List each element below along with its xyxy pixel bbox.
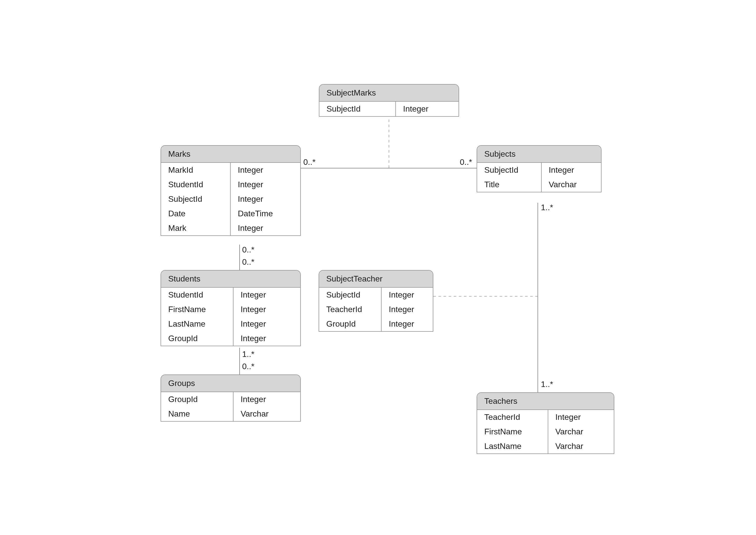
field-type: Integer <box>382 317 421 331</box>
field-type: Integer <box>231 192 271 206</box>
field-name: Date <box>161 206 231 221</box>
field-name: FirstName <box>161 302 233 317</box>
field-name: SubjectId <box>477 163 542 177</box>
multiplicity-label: 0..* <box>303 157 316 167</box>
field-name: TeacherId <box>477 410 548 424</box>
entity-subjects[interactable]: Subjects SubjectIdInteger TitleVarchar <box>477 145 601 192</box>
field-name: StudentId <box>161 288 233 302</box>
field-type: Integer <box>231 221 271 236</box>
entity-groups[interactable]: Groups GroupIdInteger NameVarchar <box>160 375 301 422</box>
multiplicity-label: 1..* <box>541 203 553 212</box>
field-type: Varchar <box>548 439 591 454</box>
field-name: GroupId <box>161 392 233 407</box>
field-name: GroupId <box>161 331 233 346</box>
field-name: LastName <box>477 439 548 454</box>
multiplicity-label: 0..* <box>242 362 254 371</box>
entity-title: Students <box>161 270 300 288</box>
multiplicity-label: 1..* <box>541 380 553 389</box>
field-type: Integer <box>233 392 273 407</box>
entity-title: SubjectTeacher <box>319 270 433 288</box>
entity-title: Marks <box>161 146 300 163</box>
field-row: SubjectId Integer <box>319 102 458 116</box>
entity-teachers[interactable]: Teachers TeacherIdInteger FirstNameVarch… <box>477 392 614 454</box>
field-type: Integer <box>231 177 271 192</box>
entity-students[interactable]: Students StudentIdInteger FirstNameInteg… <box>160 270 301 346</box>
diagram-canvas: SubjectMarks SubjectId Integer Marks Mar… <box>0 0 756 535</box>
field-name: StudentId <box>161 177 231 192</box>
entity-title: Teachers <box>477 393 614 410</box>
field-name: Name <box>161 407 233 421</box>
field-name: FirstName <box>477 424 548 439</box>
entity-title: SubjectMarks <box>319 85 458 102</box>
field-type: Integer <box>233 302 273 317</box>
field-name: GroupId <box>319 317 382 331</box>
multiplicity-label: 1..* <box>242 350 254 359</box>
field-type: Integer <box>233 288 273 302</box>
field-type: Integer <box>382 288 421 302</box>
field-type: Varchar <box>548 424 591 439</box>
field-type: Integer <box>233 317 273 331</box>
field-name: MarkId <box>161 163 231 177</box>
field-type: Varchar <box>542 177 584 192</box>
multiplicity-label: 0..* <box>460 157 472 167</box>
field-type: Integer <box>382 302 421 317</box>
field-name: SubjectId <box>161 192 231 206</box>
entity-subjectmarks[interactable]: SubjectMarks SubjectId Integer <box>319 84 459 117</box>
multiplicity-label: 0..* <box>242 245 254 255</box>
field-name: SubjectId <box>319 288 382 302</box>
entity-marks[interactable]: Marks MarkIdInteger StudentIdInteger Sub… <box>160 145 301 236</box>
field-name: TeacherId <box>319 302 382 317</box>
connectors-layer <box>0 0 756 535</box>
field-type: Integer <box>548 410 588 424</box>
field-type: Integer <box>233 331 273 346</box>
field-name: SubjectId <box>319 102 396 116</box>
field-type: Integer <box>542 163 581 177</box>
field-name: LastName <box>161 317 233 331</box>
entity-subjectteacher[interactable]: SubjectTeacher SubjectIdInteger TeacherI… <box>319 270 433 332</box>
field-name: Title <box>477 177 542 192</box>
entity-title: Subjects <box>477 146 601 163</box>
field-type: DateTime <box>231 206 280 221</box>
field-type: Varchar <box>233 407 276 421</box>
field-name: Mark <box>161 221 231 236</box>
field-type: Integer <box>396 102 436 116</box>
multiplicity-label: 0..* <box>242 257 254 267</box>
field-type: Integer <box>231 163 271 177</box>
entity-title: Groups <box>161 375 300 392</box>
